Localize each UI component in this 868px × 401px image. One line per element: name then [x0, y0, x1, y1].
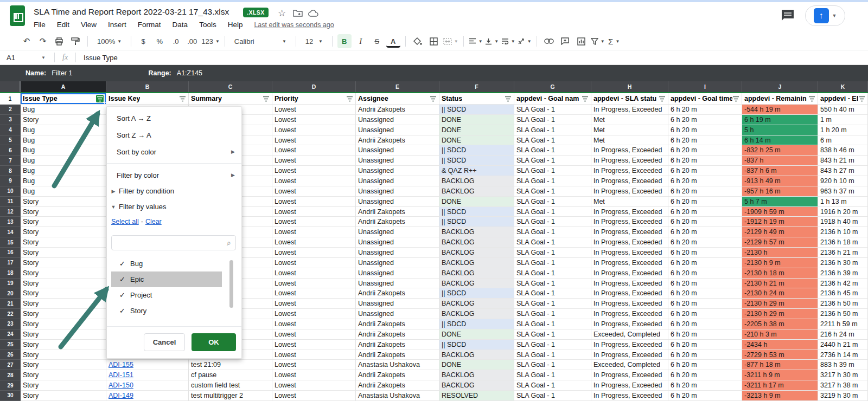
cell-E11[interactable]: Unassigned: [356, 197, 439, 207]
cell-H13[interactable]: In Progress, Exceeded: [591, 217, 668, 227]
cell-I5[interactable]: 6 h 20 m: [668, 135, 742, 146]
cell-E21[interactable]: Unassigned: [356, 299, 439, 309]
cell-D28[interactable]: Lowest: [272, 370, 356, 380]
cell-J5[interactable]: 6 h 14 m: [742, 135, 818, 146]
create-filter-button[interactable]: ▼: [591, 34, 605, 48]
cell-E14[interactable]: Unassigned: [356, 227, 439, 237]
cell-F11[interactable]: DONE: [439, 197, 514, 207]
cell-J28[interactable]: -3211 h 9 m: [742, 370, 818, 380]
row-header-3[interactable]: 3: [0, 115, 21, 125]
cell-F16[interactable]: BACKLOG: [439, 248, 514, 258]
cell-B28[interactable]: ADI-151: [106, 370, 189, 380]
cell-I26[interactable]: 6 h 20 m: [668, 350, 742, 360]
column-header-C[interactable]: C: [189, 81, 272, 92]
clear-link[interactable]: Clear: [145, 218, 162, 225]
menu-item-sort-az[interactable]: Sort A → Z: [107, 110, 241, 127]
filter-button-icon[interactable]: [732, 96, 739, 102]
ok-button[interactable]: OK: [192, 333, 236, 351]
menu-item-filter-by-values[interactable]: ▼Filter by values: [107, 199, 241, 215]
cell-K28[interactable]: 3217 h 30 m: [818, 370, 868, 380]
cell-E30[interactable]: Anastasia Ushakova: [356, 391, 439, 401]
cell-G25[interactable]: SLA Goal - 1: [514, 340, 591, 350]
cell-G10[interactable]: SLA Goal - 1: [514, 186, 591, 197]
cell-F20[interactable]: || SDCD: [439, 288, 514, 299]
cell-D15[interactable]: Lowest: [272, 237, 356, 248]
font-select[interactable]: Calibri▼: [230, 34, 291, 48]
cell-J20[interactable]: -2130 h 24 m: [742, 288, 818, 299]
cell-K20[interactable]: 2136 h 45 m: [818, 288, 868, 299]
cell-J22[interactable]: -2130 h 29 m: [742, 309, 818, 319]
cell-H23[interactable]: In Progress, Exceeded: [591, 319, 668, 329]
cell-J24[interactable]: -210 h 3 m: [742, 329, 818, 340]
cell-D25[interactable]: Lowest: [272, 340, 356, 350]
cell-D7[interactable]: Lowest: [272, 156, 356, 166]
cell-G6[interactable]: SLA Goal - 1: [514, 145, 591, 156]
cell-I27[interactable]: 6 h 20 m: [668, 360, 742, 370]
print-button[interactable]: [52, 34, 66, 48]
cell-H5[interactable]: Met: [591, 135, 668, 146]
cell-F22[interactable]: BACKLOG: [439, 309, 514, 319]
cell-I12[interactable]: 6 h 20 m: [668, 207, 742, 217]
header-cell-G[interactable]: appdevi - Goal nam: [514, 93, 591, 105]
cell-D4[interactable]: Lowest: [272, 125, 356, 135]
row-header-21[interactable]: 21: [0, 299, 21, 309]
cell-K8[interactable]: 843 h 27 m: [818, 166, 868, 176]
cell-I25[interactable]: 6 h 20 m: [668, 340, 742, 350]
cell-K6[interactable]: 838 h 46 m: [818, 145, 868, 156]
cell-G26[interactable]: SLA Goal - 1: [514, 350, 591, 360]
borders-button[interactable]: [427, 34, 441, 48]
column-header-D[interactable]: D: [272, 81, 356, 92]
column-header-G[interactable]: G: [514, 81, 591, 92]
cell-G29[interactable]: SLA Goal - 1: [514, 380, 591, 391]
cell-J4[interactable]: 5 h: [742, 125, 818, 135]
cell-H14[interactable]: In Progress, Exceeded: [591, 227, 668, 237]
cell-A20[interactable]: Story: [21, 288, 106, 299]
cell-D3[interactable]: Lowest: [272, 115, 356, 125]
row-header-6[interactable]: 6: [0, 145, 21, 156]
cell-H24[interactable]: Exceeded, Completed: [591, 329, 668, 340]
header-cell-I[interactable]: appdevi - Goal time: [668, 93, 742, 105]
cell-G23[interactable]: SLA Goal - 1: [514, 319, 591, 329]
cell-K13[interactable]: 1918 h 40 m: [818, 217, 868, 227]
cell-F24[interactable]: DONE: [439, 329, 514, 340]
cell-G9[interactable]: SLA Goal - 1: [514, 176, 591, 186]
cell-D30[interactable]: Lowest: [272, 391, 356, 401]
cell-F18[interactable]: BACKLOG: [439, 268, 514, 279]
cell-F25[interactable]: || SDCD: [439, 340, 514, 350]
cell-G18[interactable]: SLA Goal - 1: [514, 268, 591, 279]
cell-J26[interactable]: -2729 h 53 m: [742, 350, 818, 360]
cancel-button[interactable]: Cancel: [144, 333, 185, 351]
cell-F13[interactable]: || SDCD: [439, 217, 514, 227]
column-header-E[interactable]: E: [356, 81, 439, 92]
cell-F5[interactable]: DONE: [439, 135, 514, 146]
cell-E25[interactable]: Andrii Zakopets: [356, 340, 439, 350]
row-header-28[interactable]: 28: [0, 370, 21, 380]
cell-I29[interactable]: 6 h 20 m: [668, 380, 742, 391]
cell-I21[interactable]: 6 h 20 m: [668, 299, 742, 309]
cell-E6[interactable]: Unassigned: [356, 145, 439, 156]
cell-H18[interactable]: In Progress, Exceeded: [591, 268, 668, 279]
row-header-5[interactable]: 5: [0, 135, 21, 146]
cell-F2[interactable]: || SDCD: [439, 105, 514, 115]
cell-H9[interactable]: In Progress, Exceeded: [591, 176, 668, 186]
cell-H22[interactable]: In Progress, Exceeded: [591, 309, 668, 319]
cell-A6[interactable]: Bug: [21, 145, 106, 156]
cell-J2[interactable]: -544 h 19 m: [742, 105, 818, 115]
row-header-9[interactable]: 9: [0, 176, 21, 186]
cell-I15[interactable]: 6 h 20 m: [668, 237, 742, 248]
cell-E22[interactable]: Unassigned: [356, 309, 439, 319]
functions-button[interactable]: Σ▼: [607, 34, 621, 48]
cell-I13[interactable]: 6 h 20 m: [668, 217, 742, 227]
column-header-B[interactable]: B: [106, 81, 189, 92]
filter-value-epic[interactable]: ✓Epic: [111, 271, 222, 287]
column-header-I[interactable]: I: [668, 81, 742, 92]
cell-J3[interactable]: 6 h 19 m: [742, 115, 818, 125]
cell-A24[interactable]: Story: [21, 329, 106, 340]
cell-K4[interactable]: 1 h 20 m: [818, 125, 868, 135]
column-header-K[interactable]: K: [818, 81, 868, 92]
redo-button[interactable]: ↷: [36, 34, 50, 48]
cell-H10[interactable]: In Progress, Exceeded: [591, 186, 668, 197]
header-cell-F[interactable]: Status: [439, 93, 514, 105]
cell-A3[interactable]: Story: [21, 115, 106, 125]
cell-E16[interactable]: Unassigned: [356, 248, 439, 258]
